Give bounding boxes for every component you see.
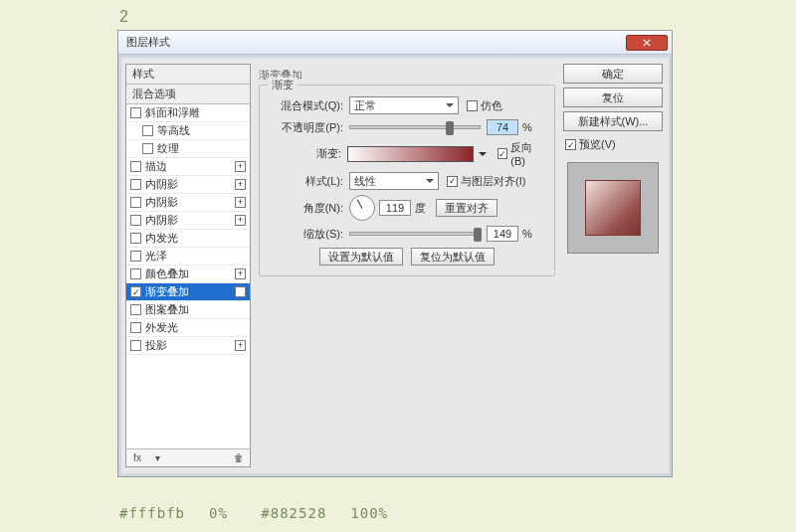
style-label: 描边	[145, 159, 167, 174]
style-label: 样式(L):	[268, 174, 343, 189]
preview-swatch	[585, 180, 641, 236]
style-select[interactable]: 线性	[349, 172, 439, 190]
align-label: 与图层对齐(I)	[461, 174, 525, 189]
styles-header[interactable]: 样式	[126, 65, 250, 85]
expand-icon[interactable]: +	[235, 215, 246, 226]
style-checkbox[interactable]	[130, 268, 141, 279]
style-checkbox[interactable]	[130, 179, 141, 190]
trash-icon[interactable]: 🗑	[232, 451, 246, 465]
style-label: 斜面和浮雕	[145, 105, 200, 120]
expand-icon[interactable]: +	[235, 197, 246, 208]
style-item[interactable]: ✓渐变叠加+	[126, 283, 250, 301]
angle-label: 角度(N):	[268, 201, 343, 216]
angle-input[interactable]: 119	[379, 200, 411, 216]
align-checkbox[interactable]: ✓	[447, 176, 458, 187]
style-checkbox[interactable]	[130, 340, 141, 351]
styles-footer: fx ▾ 🗑	[126, 448, 250, 466]
expand-icon[interactable]: +	[235, 340, 246, 351]
style-item[interactable]: 纹理	[126, 140, 250, 158]
style-label: 内阴影	[145, 195, 178, 210]
blend-mode-label: 混合模式(Q):	[268, 98, 343, 113]
group-legend: 渐变	[268, 78, 298, 92]
set-default-button[interactable]: 设置为默认值	[319, 248, 403, 266]
settings-panel: 渐变叠加 渐变 混合模式(Q): 正常 仿色 不透明度(P): 74 % 渐变:	[255, 64, 559, 467]
style-item[interactable]: 斜面和浮雕	[126, 104, 250, 122]
scale-input[interactable]: 149	[487, 226, 518, 242]
reset-default-button[interactable]: 复位为默认值	[411, 248, 495, 266]
expand-icon[interactable]: +	[235, 286, 246, 297]
style-item[interactable]: 内发光	[126, 230, 250, 248]
angle-dial[interactable]	[349, 195, 375, 221]
scale-label: 缩放(S):	[268, 227, 343, 242]
style-checkbox[interactable]	[130, 215, 141, 226]
cancel-button[interactable]: 复位	[563, 88, 663, 107]
opacity-label: 不透明度(P):	[268, 120, 343, 135]
fx-icon[interactable]: fx	[130, 451, 144, 465]
angle-unit: 度	[415, 201, 426, 216]
style-item[interactable]: 颜色叠加+	[126, 266, 250, 283]
blend-options-header[interactable]: 混合选项	[126, 85, 250, 104]
gradient-group: 渐变 混合模式(Q): 正常 仿色 不透明度(P): 74 % 渐变: ✓反向	[259, 85, 555, 276]
dither-checkbox[interactable]	[467, 100, 478, 111]
style-item[interactable]: 等高线	[126, 122, 250, 140]
style-checkbox[interactable]: ✓	[130, 286, 141, 297]
style-item[interactable]: 外发光	[126, 319, 250, 337]
opacity-unit: %	[522, 121, 532, 133]
style-label: 内阴影	[145, 213, 178, 228]
gradient-picker[interactable]	[347, 146, 474, 162]
opacity-input[interactable]: 74	[487, 119, 518, 135]
style-label: 外发光	[145, 320, 178, 335]
preview-label: 预览(V)	[579, 137, 616, 152]
style-label: 光泽	[145, 249, 167, 264]
expand-icon[interactable]: +	[235, 161, 246, 172]
style-item[interactable]: 内阴影+	[126, 176, 250, 194]
style-checkbox[interactable]	[130, 161, 141, 172]
preview-checkbox[interactable]: ✓	[565, 139, 576, 150]
scale-unit: %	[522, 228, 532, 240]
new-style-button[interactable]: 新建样式(W)...	[563, 111, 663, 131]
ok-button[interactable]: 确定	[563, 64, 663, 84]
step-number: 2	[119, 8, 128, 26]
style-item[interactable]: 内阴影+	[126, 212, 250, 230]
expand-icon[interactable]: +	[235, 268, 246, 279]
style-label: 颜色叠加	[145, 266, 189, 281]
section-title: 渐变叠加	[259, 68, 559, 83]
style-label: 内阴影	[145, 177, 178, 192]
reset-align-button[interactable]: 重置对齐	[436, 199, 498, 217]
style-label: 内发光	[145, 231, 178, 246]
layer-style-dialog: 图层样式 样式 混合选项 斜面和浮雕等高线纹理描边+内阴影+内阴影+内阴影+内发…	[117, 30, 673, 477]
style-checkbox[interactable]	[130, 197, 141, 208]
style-checkbox[interactable]	[130, 233, 141, 244]
right-column: 确定 复位 新建样式(W)... ✓预览(V)	[563, 64, 663, 254]
preview-box	[567, 162, 659, 254]
style-label: 渐变叠加	[145, 284, 189, 299]
style-label: 等高线	[157, 123, 190, 138]
style-item[interactable]: 光泽	[126, 248, 250, 266]
style-label: 投影	[145, 338, 167, 353]
footer-note: #fffbfb0% #882528100%	[119, 505, 412, 521]
style-item[interactable]: 图案叠加	[126, 301, 250, 319]
expand-icon[interactable]: +	[235, 179, 246, 190]
style-item[interactable]: 投影+	[126, 337, 250, 355]
dialog-body: 样式 混合选项 斜面和浮雕等高线纹理描边+内阴影+内阴影+内阴影+内发光光泽颜色…	[118, 55, 672, 476]
scale-slider[interactable]	[349, 232, 481, 236]
reverse-checkbox[interactable]: ✓	[498, 148, 508, 159]
dither-label: 仿色	[481, 98, 502, 113]
style-checkbox[interactable]	[130, 251, 141, 262]
style-item[interactable]: 描边+	[126, 158, 250, 176]
close-button[interactable]	[626, 35, 668, 51]
style-item[interactable]: 内阴影+	[126, 194, 250, 212]
close-icon	[643, 39, 651, 47]
style-checkbox[interactable]	[130, 322, 141, 333]
style-checkbox[interactable]	[142, 143, 153, 154]
blend-mode-select[interactable]: 正常	[349, 96, 459, 114]
titlebar[interactable]: 图层样式	[118, 31, 672, 55]
style-checkbox[interactable]	[142, 125, 153, 136]
chevron-down-icon[interactable]: ▾	[150, 451, 164, 465]
style-label: 图案叠加	[145, 302, 189, 317]
style-label: 纹理	[157, 141, 179, 156]
style-checkbox[interactable]	[130, 304, 141, 315]
opacity-slider[interactable]	[349, 125, 481, 129]
dialog-title: 图层样式	[122, 35, 626, 50]
style-checkbox[interactable]	[130, 107, 141, 118]
